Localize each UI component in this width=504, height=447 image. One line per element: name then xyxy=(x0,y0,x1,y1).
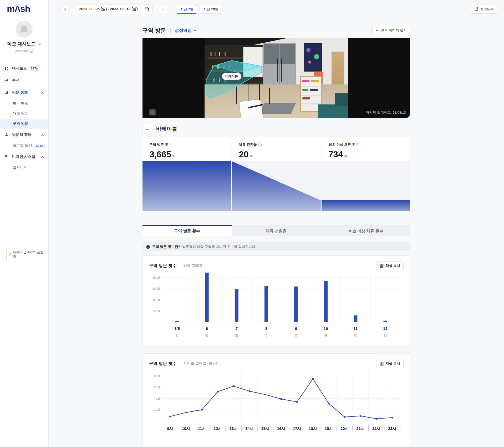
svg-text:11시: 11시 xyxy=(198,426,206,431)
svg-text:15시: 15시 xyxy=(261,426,269,431)
tab-conversion[interactable]: 체류 전환율 xyxy=(232,225,321,236)
sidebar-item-store-visits[interactable]: 매장 방문 xyxy=(0,109,48,119)
sidebar-item-design-system[interactable]: 디자인 시스템 xyxy=(0,151,48,163)
dashboard-icon xyxy=(4,66,9,71)
zone-camera-image: 바테이블 마지막 업데이트: 23/03/13 xyxy=(142,38,410,118)
sidebar-item-visitor-paths[interactable]: 방문객 동선 BETA xyxy=(0,141,48,151)
collapse-zone-image-button[interactable]: 구역 이미지 접기 xyxy=(372,26,410,35)
svg-text:20시: 20시 xyxy=(340,426,349,431)
hourly-chart-card: 구역 방문 횟수 시간별 그래프 (평균) 엑셀 복사 20회40회60회80회… xyxy=(142,353,410,446)
page-title: 구역 방문 xyxy=(142,27,166,34)
stats-funnel: 구역 방문 횟수 3,665회 체류 전환율 20% 30초 이상 체류 횟수 … xyxy=(142,137,410,211)
sidebar-menu: 대시보드 BETA 분석 방문 통계 모든 매장 매장 방문 구역 방문 xyxy=(0,62,48,173)
last-28-days-button[interactable]: 지난 28일 xyxy=(200,5,222,14)
sidebar-item-all-stores[interactable]: 모든 매장 xyxy=(0,99,48,109)
external-link-icon xyxy=(474,7,478,11)
excel-copy-button[interactable]: 엑셀 복사 xyxy=(376,359,404,368)
svg-text:3/5: 3/5 xyxy=(174,326,180,331)
beta-badge: BETA xyxy=(34,144,45,148)
svg-text:16시: 16시 xyxy=(277,426,286,431)
back-button[interactable]: ← xyxy=(142,124,152,133)
sidebar: mΛsh 데모 대시보드 jessekim 님 대시보드 BETA 분석 xyxy=(0,0,49,447)
daily-bar-chart: 200회400회600회800회3/5일6월7화8수9목10금11토12일 xyxy=(149,270,404,339)
svg-text:800회: 800회 xyxy=(152,276,160,279)
sidebar-item-label: 구역 방문 xyxy=(13,121,28,126)
last-7-days-button[interactable]: 지난 7일 xyxy=(177,5,197,14)
sidebar-item-label: 컴포넌트 xyxy=(13,165,27,170)
stat-card-visits: 구역 방문 횟수 3,665회 xyxy=(142,137,231,161)
svg-text:20회: 20회 xyxy=(154,408,160,411)
guidebook-button[interactable]: 가이드북 xyxy=(471,5,497,14)
zone-title: 바테이블 xyxy=(156,125,177,132)
daily-chart-card: 구역 방문 횟수 일별 그래프 엑셀 복사 200회400회600회800회3/… xyxy=(142,255,410,346)
svg-text:200회: 200회 xyxy=(152,309,160,313)
funnel-segment-1 xyxy=(142,161,231,211)
sidebar-item-zone-visits[interactable]: 구역 방문 xyxy=(0,119,48,129)
store-selector[interactable]: 삼성역점 xyxy=(175,28,196,33)
sidebar-item-label: 방문객 동선 xyxy=(13,143,32,148)
svg-text:600회: 600회 xyxy=(152,287,160,290)
svg-text:12시: 12시 xyxy=(213,426,222,431)
sidebar-item-components[interactable]: 컴포넌트 xyxy=(0,163,48,173)
chart-title: 구역 방문 횟수 xyxy=(149,263,177,269)
sidebar-item-label: 디자인 시스템 xyxy=(12,154,35,159)
tab-dwell[interactable]: 30초 이상 체류 횟수 xyxy=(321,225,410,236)
svg-text:60회: 60회 xyxy=(154,386,160,389)
svg-text:10시: 10시 xyxy=(182,426,190,431)
stat-label: 30초 이상 체류 횟수 xyxy=(328,142,359,147)
avatar xyxy=(16,21,33,38)
next-period-button[interactable] xyxy=(158,4,168,14)
svg-text:일: 일 xyxy=(175,334,179,338)
svg-text:12: 12 xyxy=(383,326,388,331)
svg-text:21시: 21시 xyxy=(356,426,365,431)
date-range-picker[interactable]: 2023. 03. 05 (일) - 2023. 03. 12 (일) xyxy=(76,4,152,14)
svg-text:금: 금 xyxy=(324,334,328,338)
svg-text:7: 7 xyxy=(236,326,238,331)
svg-text:80회: 80회 xyxy=(154,374,160,378)
svg-text:14시: 14시 xyxy=(245,426,254,431)
stat-label: 체류 전환율 xyxy=(239,142,257,147)
topbar: 2023. 03. 05 (일) - 2023. 03. 12 (일) 지난 7… xyxy=(49,0,504,18)
sidebar-item-visitor-behavior[interactable]: 방문객 행동 xyxy=(0,129,48,141)
info-filled-icon xyxy=(146,245,150,249)
sidebar-item-analysis[interactable]: 분석 xyxy=(0,74,48,87)
collapse-zone-image-label: 구역 이미지 접기 xyxy=(381,28,407,33)
chevron-up-icon xyxy=(41,91,44,95)
sidebar-item-label: 모든 매장 xyxy=(13,101,28,106)
svg-text:9시: 9시 xyxy=(167,426,173,431)
tab-zone-visits[interactable]: 구역 방문 횟수 xyxy=(142,225,232,236)
svg-text:10: 10 xyxy=(324,326,328,331)
excel-copy-label: 엑셀 복사 xyxy=(385,263,400,268)
person-icon xyxy=(4,132,9,137)
stat-unit: 회 xyxy=(172,154,176,158)
divider xyxy=(49,213,504,213)
date-range-value: 2023. 03. 05 (일) - 2023. 03. 12 (일) xyxy=(79,7,138,12)
sidebar-item-visit-stats[interactable]: 방문 통계 xyxy=(0,87,48,99)
svg-text:18시: 18시 xyxy=(309,426,317,431)
sidebar-item-dashboard[interactable]: 대시보드 BETA xyxy=(0,62,48,74)
workspace-selector[interactable]: 데모 대시보드 xyxy=(0,41,48,47)
stat-unit: 회 xyxy=(344,154,347,158)
resize-handle[interactable] xyxy=(407,115,410,118)
content: 구역 방문 삼성역점 구역 이미지 접기 xyxy=(142,18,410,446)
stat-label: 구역 방문 횟수 xyxy=(149,142,172,147)
data-update-status-badge: 데이터 업데이트 진행 중 xyxy=(6,248,48,261)
svg-text:19시: 19시 xyxy=(325,426,333,431)
status-text: 데이터 업데이트 진행 중 xyxy=(13,250,45,259)
chart-title: 구역 방문 횟수 xyxy=(149,361,177,366)
prev-period-button[interactable] xyxy=(60,4,70,14)
chevron-up-icon xyxy=(41,133,44,137)
calendar-icon xyxy=(144,7,149,12)
fit-screen-button[interactable] xyxy=(149,109,156,115)
chevron-up-icon xyxy=(376,29,379,32)
svg-text:수: 수 xyxy=(264,334,268,338)
excel-copy-button[interactable]: 엑셀 복사 xyxy=(376,261,404,270)
svg-text:22시: 22시 xyxy=(372,426,381,431)
chevron-down-icon xyxy=(38,43,41,45)
main-area: 2023. 03. 05 (일) - 2023. 03. 12 (일) 지난 7… xyxy=(49,0,504,447)
svg-text:9: 9 xyxy=(295,326,297,331)
info-icon[interactable] xyxy=(258,143,262,147)
svg-text:400회: 400회 xyxy=(152,298,160,302)
collapse-arrows-icon xyxy=(151,111,154,114)
store-name: 삼성역점 xyxy=(175,28,192,33)
